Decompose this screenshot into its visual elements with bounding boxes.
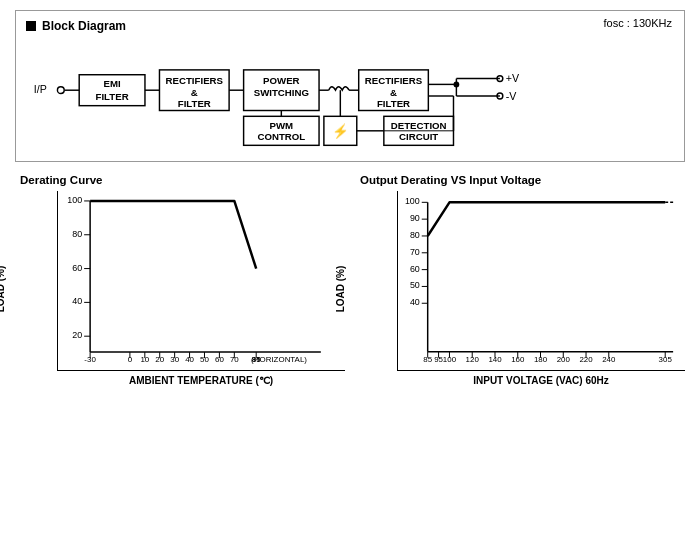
- inductor-symbol: [329, 87, 349, 90]
- svg-text:60: 60: [410, 264, 420, 274]
- svg-text:100: 100: [405, 196, 420, 206]
- ip-text: I/P: [34, 83, 47, 95]
- output-derating-line: [428, 202, 666, 236]
- svg-text:80: 80: [72, 229, 82, 239]
- svg-text:FILTER: FILTER: [96, 91, 129, 102]
- svg-text:100: 100: [67, 195, 82, 205]
- ip-circle: [57, 87, 64, 94]
- block-diagram-header: Block Diagram: [26, 19, 674, 33]
- svg-text:50: 50: [410, 280, 420, 290]
- derating-x-label: AMBIENT TEMPERATURE (℃): [57, 375, 345, 386]
- derating-curve-title: Derating Curve: [20, 174, 102, 186]
- svg-text:PWM: PWM: [270, 120, 294, 131]
- output-derating-container: Output Derating VS Input Voltage LOAD (%…: [355, 174, 685, 386]
- svg-text:CONTROL: CONTROL: [257, 131, 305, 142]
- output-chart-outer: LOAD (%) 100 90 80 70 60: [355, 191, 685, 386]
- svg-text:(HORIZONTAL): (HORIZONTAL): [251, 355, 307, 364]
- svg-text:CIRCUIT: CIRCUIT: [399, 131, 438, 142]
- output-chart-wrap: 100 90 80 70 60 50 40: [397, 191, 685, 371]
- svg-text:⚡: ⚡: [332, 123, 349, 140]
- derating-y-label: LOAD (%): [0, 265, 6, 312]
- derating-curve-header: Derating Curve: [15, 174, 345, 186]
- block-diagram-svg: I/P EMI FILTER RECTIFIERS & FILTER: [26, 41, 674, 151]
- output-derating-title: Output Derating VS Input Voltage: [360, 174, 541, 186]
- derating-curve-container: Derating Curve LOAD (%) 100 80 60 40: [15, 174, 345, 386]
- svg-text:-V: -V: [506, 90, 518, 102]
- svg-text:70: 70: [410, 247, 420, 257]
- svg-text:90: 90: [410, 213, 420, 223]
- fosc-label: fosc : 130KHz: [604, 17, 672, 29]
- derating-line: [90, 201, 256, 269]
- svg-text:DETECTION: DETECTION: [391, 120, 447, 131]
- output-y-label: LOAD (%): [335, 265, 346, 312]
- svg-text:40: 40: [410, 297, 420, 307]
- svg-text:&: &: [191, 87, 198, 98]
- block-diagram-section: Block Diagram fosc : 130KHz I/P EMI FILT…: [15, 10, 685, 162]
- output-chart-svg: 100 90 80 70 60 50 40: [398, 191, 685, 370]
- output-x-label: INPUT VOLTAGE (VAC) 60Hz: [397, 375, 685, 386]
- svg-text:EMI: EMI: [103, 78, 120, 89]
- svg-text:RECTIFIERS: RECTIFIERS: [166, 75, 224, 86]
- page: Block Diagram fosc : 130KHz I/P EMI FILT…: [0, 0, 700, 544]
- svg-text:&: &: [390, 87, 397, 98]
- svg-text:FILTER: FILTER: [178, 98, 211, 109]
- svg-text:SWITCHING: SWITCHING: [254, 87, 309, 98]
- svg-text:80: 80: [410, 230, 420, 240]
- header-square-icon: [26, 21, 36, 31]
- block-diagram-title: Block Diagram: [42, 19, 126, 33]
- derating-chart-outer: LOAD (%) 100 80 60 40 20: [15, 191, 345, 386]
- svg-text:20: 20: [72, 330, 82, 340]
- derating-chart-wrap: 100 80 60 40 20 -30: [57, 191, 345, 371]
- diagram-area: I/P EMI FILTER RECTIFIERS & FILTER: [26, 41, 674, 151]
- svg-text:POWER: POWER: [263, 75, 300, 86]
- output-derating-header: Output Derating VS Input Voltage: [355, 174, 685, 186]
- charts-section: Derating Curve LOAD (%) 100 80 60 40: [15, 174, 685, 386]
- svg-text:60: 60: [72, 263, 82, 273]
- svg-text:+V: +V: [506, 72, 520, 84]
- svg-text:RECTIFIERS: RECTIFIERS: [365, 75, 423, 86]
- svg-text:40: 40: [72, 296, 82, 306]
- svg-text:FILTER: FILTER: [377, 98, 410, 109]
- derating-chart-svg: 100 80 60 40 20 -30: [58, 191, 345, 370]
